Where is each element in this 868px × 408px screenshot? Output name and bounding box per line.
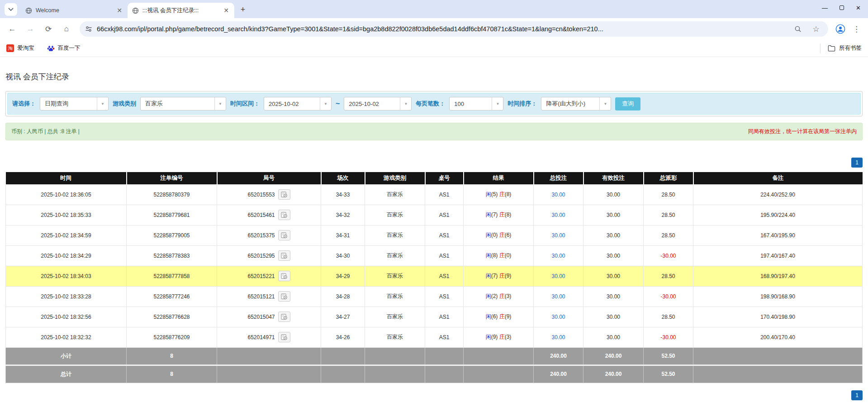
column-header: 总派彩 <box>644 172 693 184</box>
result-banker-points: (9) <box>505 313 512 320</box>
home-button[interactable]: ⌂ <box>59 21 74 37</box>
back-button[interactable]: ← <box>5 21 20 37</box>
video-replay-button[interactable] <box>278 210 290 220</box>
all-bookmarks[interactable]: 所有书签 <box>820 43 862 53</box>
game-category-select[interactable]: 百家乐 ▼ <box>140 97 226 110</box>
cell-table-number: AS1 <box>425 286 464 307</box>
cell-session: 34-31 <box>321 225 365 245</box>
forward-button[interactable]: → <box>23 21 38 37</box>
total-bet-link[interactable]: 30.00 <box>551 232 565 239</box>
page-size-select[interactable]: 100 ▼ <box>449 97 503 110</box>
cell-time: 2025-10-02 18:36:05 <box>6 184 127 205</box>
query-type-select[interactable]: 日期查询 ▼ <box>40 97 109 110</box>
address-bar[interactable]: 66cxkj98.com/ipl/portal.php/game/betreco… <box>80 21 828 37</box>
minimize-button[interactable]: — <box>822 5 828 11</box>
footer-count: 8 <box>127 347 217 365</box>
filter-panel: 请选择： 日期查询 ▼ 游戏类别 百家乐 ▼ 时间区间： 2025-10-02 … <box>5 91 863 116</box>
column-header: 备注 <box>693 172 863 184</box>
footer-empty-cell <box>217 347 321 365</box>
table-row: 2025-10-02 18:33:28522858777246652015121… <box>6 286 863 307</box>
game-category-value: 百家乐 <box>141 97 214 110</box>
column-header: 场次 <box>321 172 365 184</box>
sort-select[interactable]: 降幂(由大到小) ▼ <box>541 97 611 110</box>
zoom-search-icon[interactable] <box>791 22 805 36</box>
footer-empty-cell <box>217 365 321 383</box>
tab-search-button[interactable] <box>5 3 17 16</box>
cell-valid-bet: 30.00 <box>583 205 644 225</box>
total-bet-link[interactable]: 30.00 <box>551 192 565 198</box>
film-icon <box>281 232 288 238</box>
video-replay-button[interactable] <box>278 291 290 302</box>
date-to-select[interactable]: 2025-10-02 ▼ <box>344 97 412 110</box>
site-info-icon[interactable] <box>85 25 92 33</box>
page-number-button[interactable]: 1 <box>851 158 863 168</box>
cell-session: 34-28 <box>321 286 365 307</box>
video-replay-button[interactable] <box>278 230 290 240</box>
bookmark-baidu[interactable]: 百度一下 <box>47 44 81 52</box>
round-number-text: 652015375 <box>247 232 275 239</box>
cell-total-bet: 30.00 <box>534 225 583 245</box>
cell-payout: -30.00 <box>644 327 693 347</box>
cell-bet-number: 522858779681 <box>127 205 217 225</box>
bookmark-star-icon[interactable]: ☆ <box>809 22 823 36</box>
dropdown-arrow-icon[interactable]: ▼ <box>214 97 226 110</box>
dropdown-arrow-icon[interactable]: ▼ <box>97 97 108 110</box>
grand-total-row: 总计8240.00240.0052.50 <box>6 365 863 383</box>
total-bet-link[interactable]: 30.00 <box>551 253 565 259</box>
profile-avatar-icon[interactable] <box>834 22 847 36</box>
tab-welcome[interactable]: Welcome ✕ <box>21 3 128 18</box>
tab-close-icon[interactable]: ✕ <box>115 7 124 14</box>
video-replay-button[interactable] <box>278 332 290 342</box>
video-replay-button[interactable] <box>278 189 290 200</box>
result-player-points: (7) <box>491 273 499 279</box>
result-player-label: 闲 <box>486 313 491 320</box>
dropdown-arrow-icon[interactable]: ▼ <box>320 97 331 110</box>
new-tab-button[interactable]: + <box>237 4 249 15</box>
date-from-select[interactable]: 2025-10-02 ▼ <box>264 97 332 110</box>
film-icon <box>281 253 288 259</box>
video-replay-button[interactable] <box>278 250 290 261</box>
dropdown-arrow-icon[interactable]: ▼ <box>400 97 411 110</box>
cell-payout: 28.50 <box>644 184 693 205</box>
result-banker-label: 庄 <box>499 334 505 340</box>
search-button[interactable]: 查询 <box>615 97 640 110</box>
cell-round-number: 652015295 <box>217 245 321 266</box>
result-banker-points: (3) <box>505 293 512 299</box>
cell-payout: 28.50 <box>644 266 693 286</box>
browser-menu-icon[interactable]: ⋮ <box>850 22 863 36</box>
footer-payout: 52.50 <box>644 347 693 365</box>
result-banker-label: 庄 <box>499 293 505 299</box>
cell-table-number: AS1 <box>425 245 464 266</box>
column-header: 有效投注 <box>583 172 644 184</box>
bookmark-aitaobao[interactable]: 淘 爱淘宝 <box>6 44 34 52</box>
round-number-wrap: 652015375 <box>217 230 321 240</box>
result-banker-points: (0) <box>505 252 512 259</box>
window-controls: — ✕ <box>822 0 865 15</box>
restore-button[interactable] <box>840 5 844 10</box>
tab-bet-records[interactable]: :::视讯 会员下注纪录::: ✕ <box>128 3 234 18</box>
footer-label: 小计 <box>6 347 127 365</box>
total-bet-link[interactable]: 30.00 <box>551 212 565 218</box>
total-bet-link[interactable]: 30.00 <box>551 334 565 341</box>
records-table: 时间注单编号局号场次游戏类别桌号结果总投注有效投注总派彩备注 2025-10-0… <box>5 172 863 383</box>
reload-button[interactable]: ⟳ <box>41 21 56 37</box>
pagination-bottom: 1 <box>5 390 863 400</box>
cell-result: 闲(9) 庄(3) <box>464 327 534 347</box>
column-header: 总投注 <box>534 172 583 184</box>
result-banker-points: (9) <box>505 273 512 279</box>
footer-label: 总计 <box>6 365 127 383</box>
close-window-button[interactable]: ✕ <box>856 5 861 11</box>
column-header: 注单编号 <box>127 172 217 184</box>
video-replay-button[interactable] <box>278 312 290 322</box>
result-banker-points: (8) <box>505 211 512 218</box>
video-replay-button[interactable] <box>278 271 290 281</box>
page-number-button[interactable]: 1 <box>851 390 863 400</box>
dropdown-arrow-icon[interactable]: ▼ <box>492 97 503 110</box>
tab-close-icon[interactable]: ✕ <box>222 7 231 14</box>
url-text[interactable]: 66cxkj98.com/ipl/portal.php/game/betreco… <box>97 25 787 33</box>
total-bet-link[interactable]: 30.00 <box>551 293 565 300</box>
result-player-label: 闲 <box>486 293 491 299</box>
total-bet-link[interactable]: 30.00 <box>551 273 565 279</box>
dropdown-arrow-icon[interactable]: ▼ <box>599 97 611 110</box>
total-bet-link[interactable]: 30.00 <box>551 314 565 320</box>
